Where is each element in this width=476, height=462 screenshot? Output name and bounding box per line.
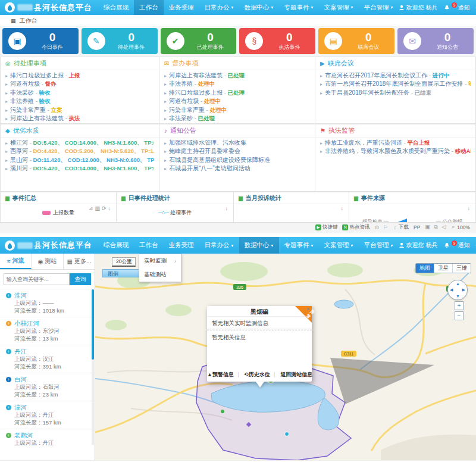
supervised-item[interactable]: 非法采砂已处理: [164, 114, 310, 123]
notice-item[interactable]: 石城县提高基层组织建设经费保障标准: [164, 156, 310, 164]
menu-workbench[interactable]: 工作台: [134, 237, 164, 254]
chart-toolbar[interactable]: ⊿▥⟳↓: [89, 205, 112, 211]
welcome-user[interactable]: 欢迎您杨兵: [399, 241, 438, 249]
pan-right-icon[interactable]: ▶: [462, 288, 465, 292]
card-done-events[interactable]: ✔ 0已处理事件: [161, 28, 237, 54]
menu-business[interactable]: 业务受理: [164, 0, 199, 15]
dropdown-realtime-monitor[interactable]: 实时监测: [139, 254, 181, 268]
warning-info-link[interactable]: ▲预警信息: [207, 372, 234, 377]
pan-left-icon[interactable]: ◀: [450, 288, 453, 292]
menu-daily-office[interactable]: 日常办公: [199, 237, 239, 254]
download-icon[interactable]: ↓: [468, 205, 472, 211]
notice-item[interactable]: 石城县开展“八一”走访慰问活动: [164, 164, 310, 173]
map-type-map[interactable]: 地图: [416, 264, 434, 273]
map-type-satellite[interactable]: 卫星: [434, 264, 453, 273]
tab-rivers[interactable]: ≈河流: [0, 254, 32, 269]
menu-data-center[interactable]: 数据中心: [239, 237, 279, 254]
supervised-item[interactable]: 河道有垃圾处理中: [164, 97, 310, 105]
history-level-link[interactable]: ⟲历史水位: [244, 372, 270, 377]
zoom-in-button[interactable]: +: [455, 301, 464, 310]
notification-button[interactable]: 9 通知: [444, 241, 470, 249]
supervised-item[interactable]: 排污口垃圾过多上报已处理: [164, 89, 310, 97]
card-pending-events[interactable]: ✎ 0待处理事件: [82, 28, 158, 54]
station-marker[interactable]: [285, 432, 289, 436]
shortcut-keys-button[interactable]: ▶快捷键: [315, 224, 338, 231]
station-marker[interactable]: [221, 410, 224, 413]
pending-item[interactable]: 污染非常严重立案: [5, 106, 154, 114]
menu-doc-manage[interactable]: 文案管理: [319, 0, 359, 15]
scrollbar-thumb[interactable]: [92, 289, 94, 360]
menu-topic-events[interactable]: 专题事件: [279, 0, 319, 15]
status-icons[interactable]: ⊙ ⚐: [374, 224, 389, 230]
search-input[interactable]: [4, 273, 70, 285]
map-canvas[interactable]: 336 S336 G207 G311 2 2 20公里 图例 地图 卫星 三维: [95, 254, 476, 460]
pp-button[interactable]: PP: [414, 224, 420, 230]
supervised-item[interactable]: 河岸边上有非法建筑已处理: [164, 71, 310, 80]
status-icons[interactable]: ▣ ⧉ ◁: [425, 224, 447, 230]
card-today-events[interactable]: ▣ 0今日事件: [2, 28, 79, 54]
water-item[interactable]: 横江河DO:5.420、 COD:14.000、 NH3-N:1.600、 TP…: [5, 139, 154, 147]
pan-down-icon[interactable]: ▼: [456, 294, 460, 298]
river-item[interactable]: i湍河 上级河流：丹江 河流长度：157 km: [0, 401, 95, 429]
supervised-item[interactable]: 污染非常严重处理中: [164, 106, 310, 114]
tab-stations[interactable]: ◉测站: [32, 254, 63, 269]
water-item[interactable]: 西厚河DO:4.420、 COD:5.200、 NH3-N:5.620、 TP:…: [5, 147, 154, 155]
river-item[interactable]: i淮河 上级河流：—— 河流长度：1018 km: [0, 289, 95, 317]
pending-item[interactable]: 非法养殖验收: [5, 97, 154, 105]
sidebar-scrollbar[interactable]: [92, 289, 94, 445]
back-station-link[interactable]: 返回测站信息: [280, 372, 312, 377]
menu-overview[interactable]: 综合展现: [98, 0, 134, 15]
download-button[interactable]: ↓下载: [394, 224, 409, 231]
water-item[interactable]: 溪川河DO:5.420、 COD:14.000、 NH3-N:1.600、 TP…: [5, 164, 154, 173]
menu-daily-office[interactable]: 日常办公: [199, 0, 239, 15]
dropdown-basic-stations[interactable]: 基础测站: [139, 268, 181, 282]
menu-topic-events[interactable]: 专题事件: [279, 237, 319, 254]
top-navbar: 县河长信息平台 综合展现 工作台 业务受理 日常办公 数据中心 专题事件 文案管…: [0, 0, 476, 15]
pending-item[interactable]: 河道有垃圾督办: [5, 80, 154, 88]
water-item[interactable]: 黑山河DO:11.420、 COD:12.000、 NH3-N:0.600、 T…: [5, 156, 154, 164]
meeting-item[interactable]: 关于昌县2018年河长制分配任务已结束: [320, 89, 471, 97]
meeting-item[interactable]: 市总河长召开2017年底河长制会议工作进行中: [320, 71, 471, 80]
map-type-3d[interactable]: 三维: [453, 264, 471, 273]
download-icon[interactable]: ↓: [226, 205, 230, 211]
card-notices[interactable]: ✉ 0通知公告: [397, 28, 474, 54]
zoom-level[interactable]: ⌕100%: [452, 224, 470, 230]
river-item[interactable]: i小桂江河 上级河流：东沙河 河流长度：13 km: [0, 317, 95, 345]
menu-business[interactable]: 业务受理: [164, 237, 199, 254]
zoom-out-button[interactable]: −: [455, 311, 464, 320]
notice-item[interactable]: 加强区域排水管理、污水收集: [164, 139, 310, 147]
meeting-item[interactable]: 市第一总河长召开2018年底河长制全面展示工作安排等待中: [320, 80, 471, 88]
search-button[interactable]: 查询: [70, 273, 91, 285]
river-item[interactable]: i白河 上级河流：石鼓河 河流长度：23 km: [0, 373, 95, 401]
tab-more[interactable]: ▦更多...: [64, 254, 95, 269]
menu-platform-manage[interactable]: 平台管理: [359, 0, 399, 15]
menu-platform-manage[interactable]: 平台管理: [359, 237, 399, 254]
menu-overview[interactable]: 综合展现: [98, 237, 134, 254]
river-item[interactable]: i丹江 上级河流：汉江 河流长度：391 km: [0, 345, 95, 373]
menu-doc-manage[interactable]: 文案管理: [319, 237, 359, 254]
map-pan-control[interactable]: ▲ ▼ ◀ ▶: [447, 280, 468, 300]
projector-icon: ▶: [320, 60, 325, 67]
enforcement-item[interactable]: 排放工业废水，严重污染河道平台上报: [320, 139, 471, 147]
droplet-icon: ◆: [5, 127, 10, 134]
hot-news-button[interactable]: N热点资讯: [342, 224, 369, 231]
river-marker-icon: i: [6, 377, 11, 382]
welcome-user[interactable]: 欢迎您杨兵: [399, 4, 438, 12]
username: 杨兵: [426, 4, 438, 12]
card-enforcement-events[interactable]: § 0执法事件: [239, 28, 315, 54]
enforcement-item[interactable]: 非法养殖鸡，导致河水颜色及水质受到严重污染移动APP上报: [320, 147, 471, 155]
menu-data-center[interactable]: 数据中心: [239, 0, 279, 15]
pan-up-icon[interactable]: ▲: [456, 282, 460, 286]
card-joint-meetings[interactable]: ▤ 0联席会议: [318, 28, 394, 54]
river-item[interactable]: i老鹳河 上级河流：丹江 河流长度：261 km: [0, 429, 95, 445]
notification-button[interactable]: 9 通知: [444, 4, 470, 12]
chart-legend[interactable]: ─○─ 处理事件: [117, 209, 233, 217]
pending-item[interactable]: 非法采砂验收: [5, 89, 154, 97]
close-icon[interactable]: ✕: [306, 307, 310, 312]
supervised-item[interactable]: 非法养殖处理中: [164, 80, 310, 88]
notice-item[interactable]: 鲍峰庭主持召开县委常委会: [164, 147, 310, 155]
pending-item[interactable]: 河岸边上有非法建筑执法: [5, 114, 154, 123]
menu-workbench[interactable]: 工作台: [134, 0, 164, 15]
download-icon[interactable]: ↓: [341, 205, 346, 211]
pending-item[interactable]: 排污口垃圾过多上报上报: [5, 71, 154, 80]
